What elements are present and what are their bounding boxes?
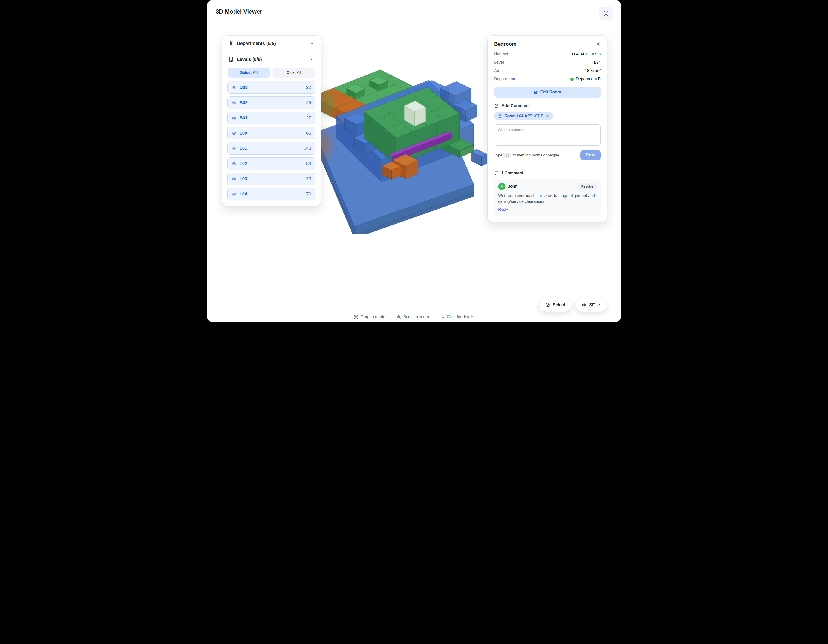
departments-section-label: Departments (5/5) [237, 41, 276, 46]
comment-bubble-icon [494, 103, 499, 108]
maximize-icon [603, 11, 609, 17]
level-count: 27 [306, 115, 311, 121]
eye-icon [232, 192, 237, 197]
room-number-value: L04.APT.107.B [572, 52, 601, 56]
avatar: A [498, 183, 505, 190]
mention-hint: Type @ to mention rooms or people [494, 152, 559, 158]
room-title: Bedroom [494, 41, 516, 47]
level-row-b03[interactable]: B03 22 [227, 81, 315, 94]
comment-square-icon [494, 171, 499, 175]
level-count: 70 [306, 176, 311, 181]
at-key-badge: @ [504, 152, 511, 158]
eye-icon [232, 161, 237, 166]
comment-author: John [508, 184, 518, 189]
filters-panel: Departments (5/5) Levels (8/8) Select Al… [222, 36, 320, 206]
comments-count-label: 1 Comment [501, 171, 523, 175]
divider [493, 166, 602, 166]
eye-icon [232, 116, 237, 121]
eye-icon [232, 146, 237, 151]
eye-icon [232, 177, 237, 181]
building-model-canvas[interactable] [312, 62, 488, 234]
room-mention-chip[interactable]: Room L04.APT.107.B [494, 112, 553, 121]
level-row-b02[interactable]: B02 25 [227, 96, 315, 109]
level-count: 140 [304, 146, 311, 151]
level-row-b01[interactable]: B01 27 [227, 112, 315, 124]
hint-zoom: Scroll to zoom [397, 315, 429, 319]
room-department-value: Department B [576, 77, 601, 81]
close-icon[interactable] [596, 42, 601, 47]
level-count: 25 [306, 100, 311, 105]
room-area-value: 18.34 m² [585, 68, 601, 73]
select-all-button[interactable]: Select All [228, 67, 270, 78]
viewport-hints: Drag to rotate Scroll to zoom Click for … [207, 315, 621, 319]
hint-click: Click for details [440, 315, 474, 319]
edit-icon [534, 90, 538, 94]
level-count: 22 [306, 85, 311, 90]
level-count: 66 [306, 131, 311, 136]
drag-rotate-icon [354, 315, 358, 319]
resolve-button[interactable]: Resolve [578, 183, 596, 190]
comment-input[interactable] [494, 124, 601, 146]
view-direction-button[interactable]: SE [576, 298, 607, 312]
room-details-panel: Bedroom Number L04.APT.107.B Level L04 A… [488, 36, 607, 221]
edit-room-button[interactable]: Edit Room [494, 86, 601, 97]
level-row-l02[interactable]: L02 83 [227, 157, 315, 170]
level-row-l01[interactable]: L01 140 [227, 142, 315, 155]
level-count: 70 [306, 191, 311, 197]
level-list: B03 22 B02 25 B01 27 L00 66 [227, 81, 315, 200]
zoom-in-icon [397, 315, 401, 319]
comment-item: A John Resolve Wet room overhead — revie… [494, 179, 601, 216]
level-row-l03[interactable]: L03 70 [227, 172, 315, 185]
chip-remove-icon[interactable] [546, 115, 549, 118]
hint-drag: Drag to rotate [354, 315, 386, 319]
field-department: Department Department B [494, 77, 601, 81]
level-row-l00[interactable]: L00 66 [227, 127, 315, 139]
eye-icon [582, 302, 586, 307]
page-title: 3D Model Viewer [216, 8, 262, 15]
comment-body: Wet room overhead — review drainage alig… [498, 193, 596, 205]
clear-all-button[interactable]: Clear All [273, 67, 315, 78]
department-color-dot [571, 78, 574, 81]
check-circle-icon [545, 302, 550, 307]
level-row-l04[interactable]: L04 70 [227, 188, 315, 200]
eye-icon [232, 131, 237, 136]
map-icon [228, 41, 234, 46]
field-area: Area 18.34 m² [494, 68, 601, 73]
eye-icon [232, 85, 237, 90]
add-comment-label: Add Comment [502, 103, 530, 108]
levels-section-label: Levels (8/8) [237, 57, 262, 62]
reply-link[interactable]: Reply [498, 207, 508, 212]
departments-section-header[interactable]: Departments (5/5) [222, 36, 320, 51]
chevron-up-icon [310, 57, 315, 62]
levels-section-header[interactable]: Levels (8/8) [222, 52, 320, 64]
select-mode-button[interactable]: Select [539, 298, 571, 312]
chevron-up-icon [597, 303, 601, 307]
post-button[interactable]: Post [580, 150, 601, 160]
field-level: Level L04 [494, 60, 601, 65]
building-icon [228, 56, 234, 62]
eye-icon [232, 100, 237, 105]
model-viewer-page: 3D Model Viewer [207, 0, 621, 322]
fullscreen-button[interactable] [599, 7, 613, 20]
chip-label: Room L04.APT.107.B [505, 114, 543, 118]
building-icon [498, 114, 502, 118]
cursor-click-icon [440, 315, 445, 319]
room-level-value: L04 [594, 60, 601, 64]
level-count: 83 [306, 161, 311, 166]
chevron-down-icon [310, 41, 315, 46]
field-number: Number L04.APT.107.B [494, 52, 601, 56]
